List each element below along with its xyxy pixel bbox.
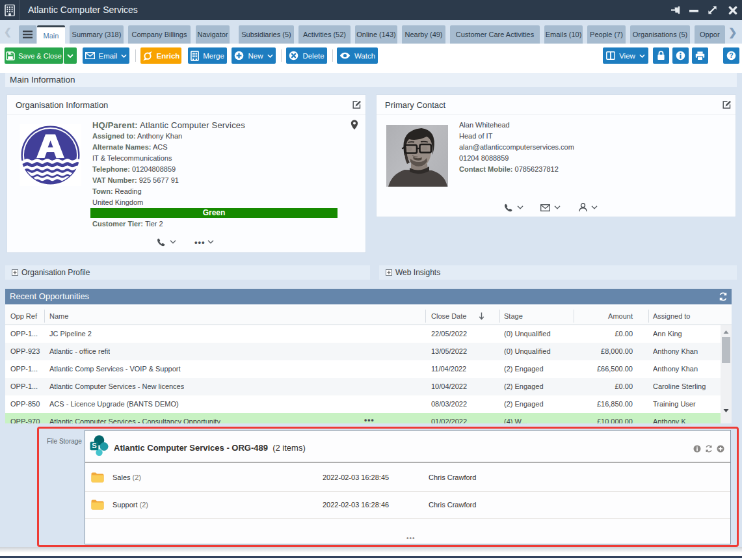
svg-text:S: S	[92, 442, 96, 449]
svg-text:?: ?	[729, 51, 733, 59]
